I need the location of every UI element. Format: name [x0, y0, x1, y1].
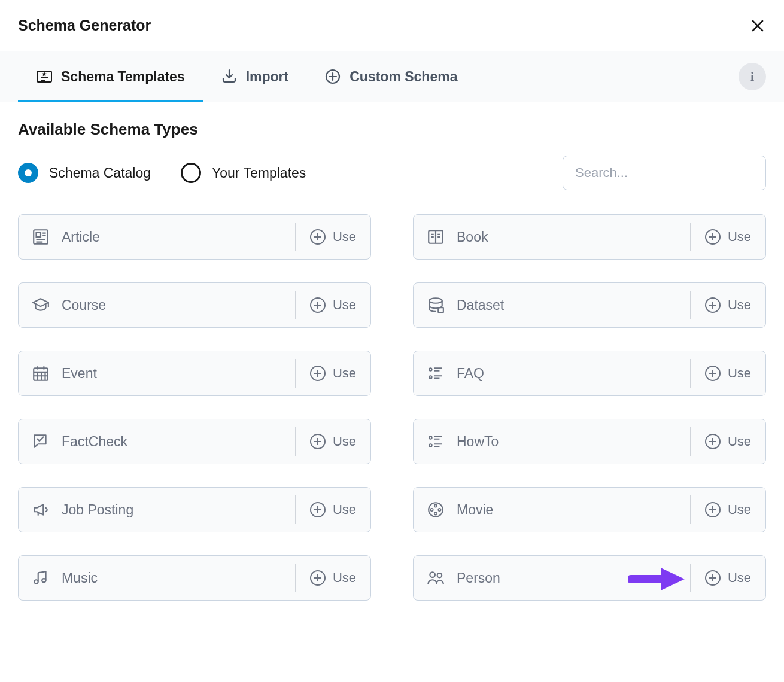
use-label: Use	[333, 297, 356, 313]
schema-card-book: BookUse	[413, 214, 766, 260]
use-label: Use	[333, 502, 356, 517]
modal-header: Schema Generator	[0, 0, 784, 51]
use-button[interactable]: Use	[690, 359, 765, 388]
use-label: Use	[728, 366, 751, 381]
plus-circle-icon	[705, 502, 721, 517]
radio-your-templates[interactable]: Your Templates	[181, 163, 306, 183]
article-icon	[31, 228, 51, 246]
use-label: Use	[728, 229, 751, 245]
megaphone-icon	[31, 501, 51, 519]
schema-card-jobposting: Job PostingUse	[18, 487, 371, 532]
use-button[interactable]: Use	[690, 427, 765, 456]
use-label: Use	[333, 434, 356, 449]
plus-circle-icon	[705, 229, 721, 245]
use-label: Use	[333, 570, 356, 586]
tab-label: Schema Templates	[61, 69, 185, 85]
radio-dot-icon	[181, 163, 201, 183]
use-button[interactable]: Use	[295, 495, 370, 524]
tab-schema-templates[interactable]: Schema Templates	[18, 51, 203, 102]
plus-circle-icon	[310, 502, 326, 517]
close-button[interactable]	[749, 17, 766, 34]
plus-circle-icon	[705, 366, 721, 381]
event-icon	[31, 364, 51, 382]
schema-card-label: Course	[62, 297, 295, 313]
radio-group: Schema Catalog Your Templates	[18, 163, 306, 183]
schema-card-label: Job Posting	[62, 502, 295, 518]
info-icon: i	[750, 69, 754, 84]
use-button[interactable]: Use	[690, 495, 765, 524]
schema-card-label: Music	[62, 570, 295, 586]
person-icon	[426, 569, 446, 587]
schema-grid: ArticleUseBookUseCourseUseDatasetUseEven…	[18, 214, 766, 601]
course-icon	[31, 296, 51, 314]
schema-card-faq: FAQUse	[413, 351, 766, 396]
schema-card-movie: MovieUse	[413, 487, 766, 532]
schema-card-label: Event	[62, 366, 295, 382]
list-icon	[426, 433, 446, 450]
schema-card-event: EventUse	[18, 351, 371, 396]
schema-card-label: FactCheck	[62, 434, 295, 450]
plus-circle-icon	[705, 297, 721, 313]
schema-card-label: HowTo	[457, 434, 690, 450]
section-title: Available Schema Types	[18, 120, 766, 139]
use-button[interactable]: Use	[690, 564, 765, 592]
schema-card-howto: HowToUse	[413, 419, 766, 464]
list-icon	[426, 364, 446, 382]
schema-card-label: Movie	[457, 502, 690, 518]
use-button[interactable]: Use	[690, 291, 765, 319]
use-button[interactable]: Use	[295, 427, 370, 456]
schema-card-factcheck: FactCheckUse	[18, 419, 371, 464]
plus-circle-icon	[705, 570, 721, 586]
schema-card-label: Article	[62, 229, 295, 245]
use-label: Use	[333, 366, 356, 381]
use-label: Use	[333, 229, 356, 245]
movie-icon	[426, 501, 446, 519]
schema-card-dataset: DatasetUse	[413, 282, 766, 328]
dataset-icon	[426, 296, 446, 314]
plus-circle-icon	[310, 434, 326, 449]
info-button[interactable]: i	[739, 63, 766, 90]
modal-title: Schema Generator	[18, 17, 151, 34]
book-icon	[426, 228, 446, 246]
use-button[interactable]: Use	[295, 223, 370, 251]
close-icon	[750, 19, 765, 33]
radio-schema-catalog[interactable]: Schema Catalog	[18, 163, 151, 183]
schema-card-label: FAQ	[457, 366, 690, 382]
schema-card-label: Dataset	[457, 297, 690, 313]
tab-import[interactable]: Import	[203, 51, 307, 102]
plus-circle-icon	[324, 68, 341, 85]
radio-dot-icon	[18, 163, 38, 183]
use-label: Use	[728, 297, 751, 313]
radio-label: Your Templates	[212, 165, 306, 181]
schema-card-article: ArticleUse	[18, 214, 371, 260]
schema-card-course: CourseUse	[18, 282, 371, 328]
schema-card-person: PersonUse	[413, 555, 766, 601]
import-icon	[221, 68, 238, 85]
schema-card-label: Person	[457, 570, 690, 586]
tab-bar: Schema Templates Import Custom Schema i	[0, 51, 784, 102]
factcheck-icon	[31, 433, 51, 450]
use-label: Use	[728, 434, 751, 449]
music-icon	[31, 569, 51, 587]
schema-card-music: MusicUse	[18, 555, 371, 601]
tab-label: Import	[246, 69, 289, 85]
plus-circle-icon	[310, 366, 326, 381]
content-area: Available Schema Types Schema Catalog Yo…	[0, 102, 784, 601]
plus-circle-icon	[705, 434, 721, 449]
plus-circle-icon	[310, 297, 326, 313]
radio-label: Schema Catalog	[49, 165, 151, 181]
controls-row: Schema Catalog Your Templates	[18, 156, 766, 190]
search-input[interactable]	[563, 156, 766, 190]
plus-circle-icon	[310, 229, 326, 245]
use-label: Use	[728, 502, 751, 517]
tab-label: Custom Schema	[350, 69, 457, 85]
use-button[interactable]: Use	[690, 223, 765, 251]
templates-icon	[36, 68, 53, 85]
use-button[interactable]: Use	[295, 359, 370, 388]
tab-custom-schema[interactable]: Custom Schema	[306, 51, 475, 102]
use-button[interactable]: Use	[295, 564, 370, 592]
use-button[interactable]: Use	[295, 291, 370, 319]
schema-card-label: Book	[457, 229, 690, 245]
plus-circle-icon	[310, 570, 326, 586]
use-label: Use	[728, 570, 751, 586]
